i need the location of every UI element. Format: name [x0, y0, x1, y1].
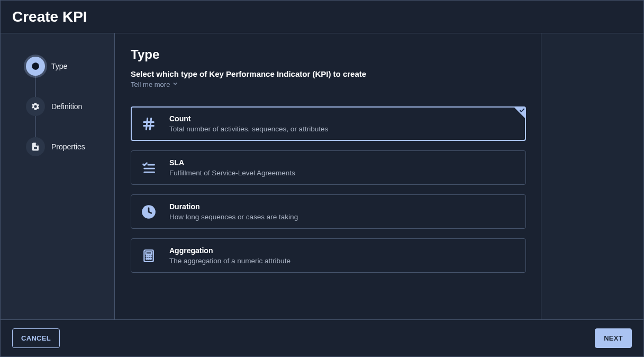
tell-me-more-link[interactable]: Tell me more — [131, 81, 178, 88]
svg-point-17 — [148, 258, 149, 259]
next-button[interactable]: NEXT — [595, 328, 632, 348]
kpi-option-description: How long sequences or cases are taking — [169, 213, 298, 221]
svg-line-5 — [146, 118, 147, 129]
create-kpi-dialog: Create KPI Type Definition — [0, 0, 644, 357]
calculator-icon — [141, 248, 157, 264]
svg-rect-1 — [34, 147, 37, 148]
kpi-option-title: SLA — [169, 158, 295, 167]
dialog-body: Type Definition Properties — [1, 33, 643, 319]
selected-corner — [514, 107, 525, 119]
kpi-option-description: Total number of activities, sequences, o… — [169, 125, 328, 133]
wizard-step-type[interactable]: Type — [26, 57, 114, 76]
kpi-type-options: Count Total number of activities, sequen… — [131, 106, 526, 273]
wizard-sidebar: Type Definition Properties — [1, 33, 115, 319]
gear-icon — [26, 97, 45, 116]
kpi-option-count[interactable]: Count Total number of activities, sequen… — [131, 106, 526, 141]
hash-icon — [141, 116, 157, 132]
wizard-step-label: Properties — [51, 142, 85, 151]
tell-me-more-label: Tell me more — [131, 81, 170, 88]
panel-heading: Type — [131, 47, 526, 62]
wizard-step-properties[interactable]: Properties — [26, 137, 114, 156]
svg-point-16 — [146, 258, 147, 259]
svg-rect-12 — [146, 252, 152, 254]
kpi-option-title: Count — [169, 114, 328, 123]
chevron-down-icon — [172, 81, 178, 88]
right-gutter — [541, 33, 643, 319]
kpi-option-title: Duration — [169, 202, 298, 211]
svg-rect-2 — [34, 148, 37, 149]
kpi-option-sla[interactable]: SLA Fulfillment of Service-Level Agreeme… — [131, 150, 526, 185]
wizard-steps: Type Definition Properties — [26, 57, 114, 156]
clock-icon — [141, 204, 157, 220]
wizard-step-label: Definition — [51, 102, 82, 111]
dialog-title: Create KPI — [12, 8, 87, 25]
svg-point-18 — [150, 258, 151, 259]
panel-subtitle: Select which type of Key Performance Ind… — [131, 69, 526, 78]
half-circle-icon — [26, 57, 45, 76]
kpi-option-duration[interactable]: Duration How long sequences or cases are… — [131, 194, 526, 229]
kpi-option-description: The aggregation of a numeric attribute — [169, 257, 291, 265]
svg-point-14 — [148, 256, 149, 257]
svg-point-15 — [150, 256, 151, 257]
svg-line-6 — [150, 118, 151, 129]
dialog-footer: CANCEL NEXT — [1, 319, 643, 356]
svg-point-13 — [146, 256, 147, 257]
kpi-option-description: Fulfillment of Service-Level Agreements — [169, 169, 295, 177]
kpi-option-title: Aggregation — [169, 246, 291, 255]
type-panel: Type Select which type of Key Performanc… — [115, 33, 541, 319]
wizard-step-label: Type — [51, 62, 67, 70]
cancel-button[interactable]: CANCEL — [12, 328, 60, 348]
kpi-option-aggregation[interactable]: Aggregation The aggregation of a numeric… — [131, 238, 526, 273]
wizard-step-definition[interactable]: Definition — [26, 97, 114, 116]
checklist-icon — [141, 160, 157, 176]
dialog-header: Create KPI — [1, 1, 643, 33]
wizard-main: Type Select which type of Key Performanc… — [115, 33, 643, 319]
document-icon — [26, 137, 45, 156]
